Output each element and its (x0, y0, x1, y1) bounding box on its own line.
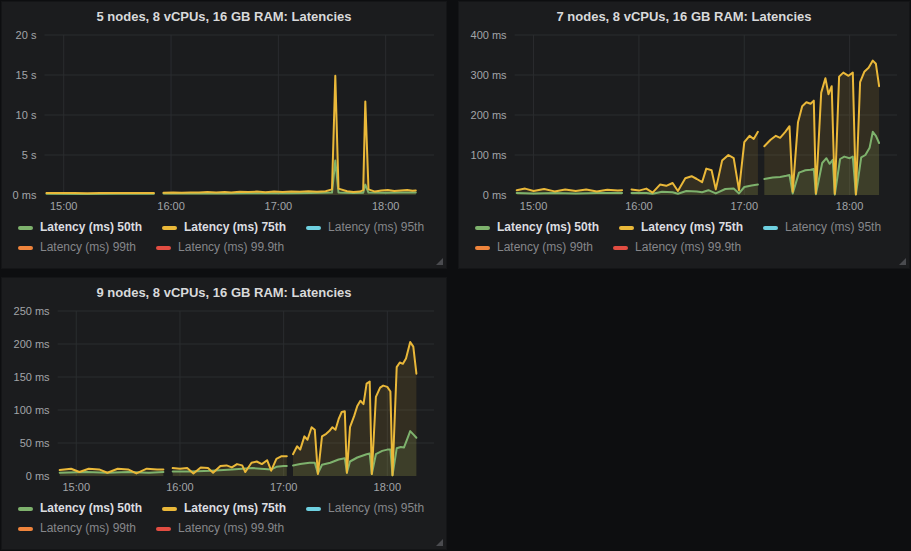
series-line (164, 76, 416, 193)
legend-label: Latency (ms) 95th (785, 220, 881, 235)
series-color-swatch (18, 246, 33, 250)
panel-9-nodes-latencies: 9 nodes, 8 vCPUs, 16 GB RAM: Latencies 2… (2, 278, 446, 549)
series-color-swatch (306, 507, 321, 511)
series-fill (293, 342, 416, 476)
legend-item[interactable]: Latency (ms) 75th (162, 220, 286, 235)
svg-text:16:00: 16:00 (157, 200, 185, 212)
svg-text:15:00: 15:00 (50, 200, 78, 212)
series-color-swatch (18, 226, 33, 230)
y-axis-labels: 20 s15 s10 s5 s0 ms (13, 29, 37, 201)
y-axis-labels: 400 ms300 ms200 ms100 ms0 ms (471, 29, 508, 201)
svg-text:100 ms: 100 ms (471, 149, 508, 161)
series-fill (164, 76, 416, 195)
svg-text:0 ms: 0 ms (483, 189, 507, 201)
panel-5-nodes-latencies: 5 nodes, 8 vCPUs, 16 GB RAM: Latencies 2… (2, 2, 446, 268)
svg-text:300 ms: 300 ms (471, 69, 508, 81)
svg-text:17:00: 17:00 (730, 200, 758, 212)
panel-7-nodes-latencies: 7 nodes, 8 vCPUs, 16 GB RAM: Latencies 4… (459, 2, 909, 268)
legend-item[interactable]: Latency (ms) 95th (306, 501, 424, 516)
legend-item[interactable]: Latency (ms) 50th (475, 220, 599, 235)
series-color-swatch (613, 246, 628, 250)
latency-chart-7-nodes[interactable]: 400 ms300 ms200 ms100 ms0 ms15:0016:0017… (459, 27, 909, 217)
svg-text:250 ms: 250 ms (14, 305, 51, 317)
svg-text:0 ms: 0 ms (26, 470, 50, 482)
legend-label: Latency (ms) 50th (497, 220, 599, 235)
svg-text:16:00: 16:00 (166, 481, 194, 493)
svg-text:0 ms: 0 ms (13, 189, 37, 201)
x-axis-labels: 15:0016:0017:0018:00 (520, 200, 864, 212)
series-color-swatch (475, 226, 490, 230)
legend-label: Latency (ms) 99.9th (178, 240, 284, 255)
legend-label: Latency (ms) 99th (40, 240, 136, 255)
series-color-swatch (619, 226, 634, 230)
legend-item[interactable]: Latency (ms) 50th (18, 501, 142, 516)
legend-item[interactable]: Latency (ms) 75th (619, 220, 743, 235)
svg-text:200 ms: 200 ms (14, 338, 51, 350)
legend-label: Latency (ms) 50th (40, 501, 142, 516)
dashboard: { "page": { "colors": { "background": "#… (0, 0, 911, 551)
legend-item[interactable]: Latency (ms) 95th (763, 220, 881, 235)
legend-label: Latency (ms) 99.9th (635, 240, 741, 255)
series-color-swatch (156, 527, 171, 531)
panel-title[interactable]: 5 nodes, 8 vCPUs, 16 GB RAM: Latencies (2, 2, 446, 27)
svg-text:15:00: 15:00 (62, 481, 90, 493)
legend-item[interactable]: Latency (ms) 99.9th (156, 240, 284, 255)
svg-text:17:00: 17:00 (270, 481, 298, 493)
legend-item[interactable]: Latency (ms) 99th (18, 521, 136, 536)
panel-title[interactable]: 7 nodes, 8 vCPUs, 16 GB RAM: Latencies (459, 2, 909, 27)
series-color-swatch (162, 507, 177, 511)
svg-text:400 ms: 400 ms (471, 29, 508, 41)
svg-text:5 s: 5 s (22, 149, 37, 161)
svg-text:200 ms: 200 ms (471, 109, 508, 121)
svg-text:15:00: 15:00 (520, 200, 548, 212)
svg-text:17:00: 17:00 (265, 200, 293, 212)
series-fill (764, 61, 879, 195)
chart-area: 20 s15 s10 s5 s0 ms15:0016:0017:0018:00 (2, 27, 446, 217)
series-color-swatch (18, 527, 33, 531)
panel-resize-handle[interactable] (436, 258, 443, 265)
legend-item[interactable]: Latency (ms) 99.9th (613, 240, 741, 255)
series-color-swatch (18, 507, 33, 511)
legend-item[interactable]: Latency (ms) 99.9th (156, 521, 284, 536)
svg-text:18:00: 18:00 (374, 481, 402, 493)
legend-item[interactable]: Latency (ms) 99th (18, 240, 136, 255)
gridlines (44, 35, 434, 195)
chart-area: 400 ms300 ms200 ms100 ms0 ms15:0016:0017… (459, 27, 909, 217)
legend: Latency (ms) 50thLatency (ms) 75thLatenc… (2, 498, 446, 549)
legend-label: Latency (ms) 99.9th (178, 521, 284, 536)
legend-label: Latency (ms) 75th (184, 501, 286, 516)
svg-text:150 ms: 150 ms (14, 371, 51, 383)
legend-label: Latency (ms) 75th (641, 220, 743, 235)
svg-text:18:00: 18:00 (372, 200, 400, 212)
x-axis-labels: 15:0016:0017:0018:00 (62, 481, 401, 493)
svg-text:20 s: 20 s (16, 29, 37, 41)
series-color-swatch (156, 246, 171, 250)
series-color-swatch (475, 246, 490, 250)
series-line (164, 161, 416, 194)
legend-item[interactable]: Latency (ms) 99th (475, 240, 593, 255)
svg-text:50 ms: 50 ms (20, 437, 50, 449)
legend-label: Latency (ms) 99th (497, 240, 593, 255)
latency-chart-5-nodes[interactable]: 20 s15 s10 s5 s0 ms15:0016:0017:0018:00 (2, 27, 446, 217)
latency-chart-9-nodes[interactable]: 250 ms200 ms150 ms100 ms50 ms0 ms15:0016… (2, 303, 446, 498)
svg-text:16:00: 16:00 (625, 200, 653, 212)
series-color-swatch (306, 226, 321, 230)
panel-resize-handle[interactable] (899, 258, 906, 265)
svg-text:18:00: 18:00 (836, 200, 864, 212)
legend-label: Latency (ms) 95th (328, 501, 424, 516)
svg-text:15 s: 15 s (16, 69, 37, 81)
legend: Latency (ms) 50thLatency (ms) 75thLatenc… (2, 217, 446, 268)
legend-label: Latency (ms) 75th (184, 220, 286, 235)
series-color-swatch (162, 226, 177, 230)
legend: Latency (ms) 50thLatency (ms) 75thLatenc… (459, 217, 909, 268)
legend-item[interactable]: Latency (ms) 50th (18, 220, 142, 235)
panel-title[interactable]: 9 nodes, 8 vCPUs, 16 GB RAM: Latencies (2, 278, 446, 303)
panel-resize-handle[interactable] (436, 539, 443, 546)
y-axis-labels: 250 ms200 ms150 ms100 ms50 ms0 ms (14, 305, 51, 482)
svg-text:10 s: 10 s (16, 109, 37, 121)
legend-label: Latency (ms) 50th (40, 220, 142, 235)
legend-item[interactable]: Latency (ms) 95th (306, 220, 424, 235)
x-axis-labels: 15:0016:0017:0018:00 (50, 200, 400, 212)
legend-label: Latency (ms) 99th (40, 521, 136, 536)
legend-item[interactable]: Latency (ms) 75th (162, 501, 286, 516)
